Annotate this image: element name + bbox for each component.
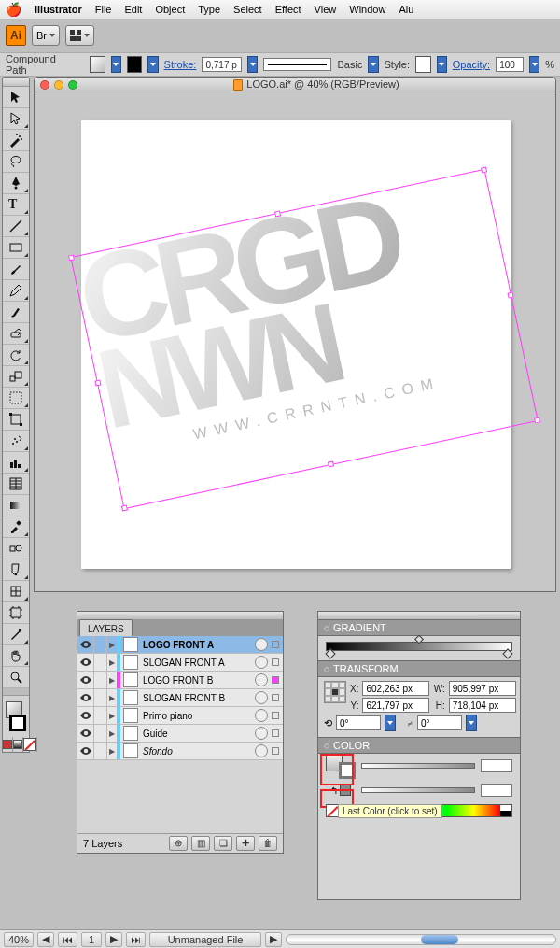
make-clip-button[interactable]: ▥ — [191, 836, 210, 851]
stroke-swatch[interactable] — [127, 56, 143, 73]
selection-indicator[interactable] — [272, 658, 279, 666]
eraser-tool[interactable] — [3, 323, 29, 345]
menu-type[interactable]: Type — [198, 4, 220, 15]
gradient-tool[interactable] — [3, 495, 29, 516]
document-status[interactable]: Unmanaged File — [149, 932, 261, 947]
visibility-toggle[interactable] — [77, 707, 94, 724]
scale-tool[interactable] — [3, 366, 29, 388]
selection-indicator[interactable] — [272, 641, 279, 648]
rectangle-tool[interactable] — [3, 237, 29, 259]
rotate-field[interactable]: 0° — [336, 715, 381, 730]
color-value[interactable] — [481, 759, 512, 772]
layer-name[interactable]: LOGO FRONT A — [141, 640, 255, 650]
zoom-tool[interactable] — [3, 667, 29, 688]
disclosure-triangle[interactable]: ▶ — [107, 712, 117, 720]
color-mode-gradient[interactable] — [13, 737, 23, 752]
layer-name[interactable]: Primo piano — [141, 711, 255, 721]
lock-toggle[interactable] — [94, 672, 107, 688]
graph-tool[interactable] — [3, 452, 29, 474]
last-color-swatch[interactable] — [340, 785, 351, 796]
target-icon[interactable] — [255, 638, 268, 651]
color-fill-stroke[interactable] — [326, 753, 356, 779]
magic-wand-tool[interactable] — [3, 130, 29, 151]
stroke-color-icon[interactable] — [9, 715, 26, 731]
menu-file[interactable]: File — [95, 4, 112, 15]
mesh-tool[interactable] — [3, 474, 29, 495]
spectrum[interactable]: Last Color (click to set) — [340, 805, 500, 816]
selection-indicator[interactable] — [272, 676, 279, 684]
selection-indicator[interactable] — [272, 694, 279, 701]
close-icon[interactable] — [40, 80, 49, 90]
target-icon[interactable] — [255, 744, 268, 757]
stroke-box-icon[interactable] — [339, 762, 356, 779]
stroke-weight-stepper[interactable] — [247, 56, 258, 73]
style-dropdown[interactable] — [437, 56, 447, 73]
layer-name[interactable]: Sfondo — [141, 746, 255, 757]
rotate-presets[interactable] — [385, 715, 396, 731]
gradient-stop[interactable] — [325, 648, 335, 658]
artboard-number[interactable]: 1 — [81, 932, 102, 947]
color-slider[interactable] — [361, 763, 475, 769]
delete-layer-button[interactable]: 🗑 — [259, 836, 277, 851]
layer-row[interactable]: ▶LOGO FRONT B — [77, 672, 283, 689]
fill-dropdown[interactable] — [111, 56, 121, 73]
menu-help[interactable]: Aiu — [399, 4, 413, 15]
lock-toggle[interactable] — [94, 707, 107, 724]
graphic-style-swatch[interactable] — [415, 56, 431, 73]
app-menu[interactable]: Illustrator — [35, 4, 82, 15]
hand-tool[interactable] — [3, 645, 29, 667]
artboard-tool[interactable] — [3, 602, 29, 624]
free-transform-tool[interactable] — [3, 409, 29, 431]
layer-row[interactable]: ▶Sfondo — [77, 743, 283, 760]
selection-indicator[interactable] — [272, 747, 279, 755]
selection-tool[interactable] — [3, 87, 29, 108]
selection-indicator[interactable] — [272, 729, 279, 737]
opacity-link[interactable]: Opacity: — [453, 59, 490, 70]
eyedropper-tool[interactable] — [3, 516, 29, 538]
target-icon[interactable] — [255, 656, 268, 669]
layer-name[interactable]: SLOGAN FRONT A — [141, 658, 255, 668]
slice-tool[interactable] — [3, 624, 29, 645]
stroke-link[interactable]: Stroke: — [164, 59, 197, 70]
bridge-button[interactable]: Br — [32, 25, 60, 46]
transform-section[interactable]: ◇TRANSFORM — [318, 660, 520, 677]
tab-layers[interactable]: LAYERS — [79, 619, 133, 636]
disclosure-triangle[interactable]: ▶ — [107, 658, 117, 667]
rotate-tool[interactable] — [3, 345, 29, 366]
color-value[interactable] — [481, 784, 512, 797]
menu-window[interactable]: Window — [349, 4, 385, 15]
x-field[interactable]: 602,263 px — [362, 681, 429, 696]
canvas[interactable]: CRGD NWN WWW.CRRNTN.COM — [40, 98, 550, 586]
layer-row[interactable]: ▶LOGO FRONT A — [77, 636, 283, 654]
gradient-midpoint[interactable] — [414, 635, 424, 644]
blend-tool[interactable] — [3, 538, 29, 559]
apple-menu-icon[interactable]: 🍎 — [6, 2, 21, 17]
fill-swatch[interactable] — [90, 56, 105, 73]
visibility-toggle[interactable] — [77, 725, 94, 742]
visibility-toggle[interactable] — [77, 743, 94, 759]
target-icon[interactable] — [255, 691, 268, 704]
symbol-sprayer-tool[interactable] — [3, 431, 29, 452]
resize-handle[interactable] — [534, 417, 540, 423]
spectrum-bar[interactable]: Last Color (click to set) — [326, 804, 512, 817]
visibility-toggle[interactable] — [77, 654, 94, 671]
lock-toggle[interactable] — [94, 743, 107, 759]
document-titlebar[interactable]: LOGO.ai* @ 40% (RGB/Preview) — [35, 78, 555, 92]
visibility-toggle[interactable] — [77, 672, 94, 688]
menu-edit[interactable]: Edit — [124, 4, 142, 15]
artboard-next[interactable]: ▶ — [105, 932, 122, 947]
disclosure-triangle[interactable]: ▶ — [107, 747, 117, 756]
color-section[interactable]: ◇COLOR — [318, 737, 520, 754]
color-mode-solid[interactable] — [3, 737, 13, 752]
layer-name[interactable]: Guide — [141, 729, 255, 739]
minimize-icon[interactable] — [54, 80, 63, 90]
artboard-last[interactable]: ⏭ — [126, 932, 146, 947]
target-icon[interactable] — [255, 709, 268, 722]
panel-gripper[interactable] — [3, 78, 29, 87]
brush-preview[interactable] — [263, 58, 331, 71]
scrollbar-thumb[interactable] — [421, 935, 458, 944]
opacity-dropdown[interactable] — [529, 56, 539, 73]
pencil-tool[interactable] — [3, 280, 29, 302]
gradient-stop[interactable] — [502, 648, 512, 658]
stroke-weight-field[interactable]: 0,717 p — [202, 57, 242, 72]
